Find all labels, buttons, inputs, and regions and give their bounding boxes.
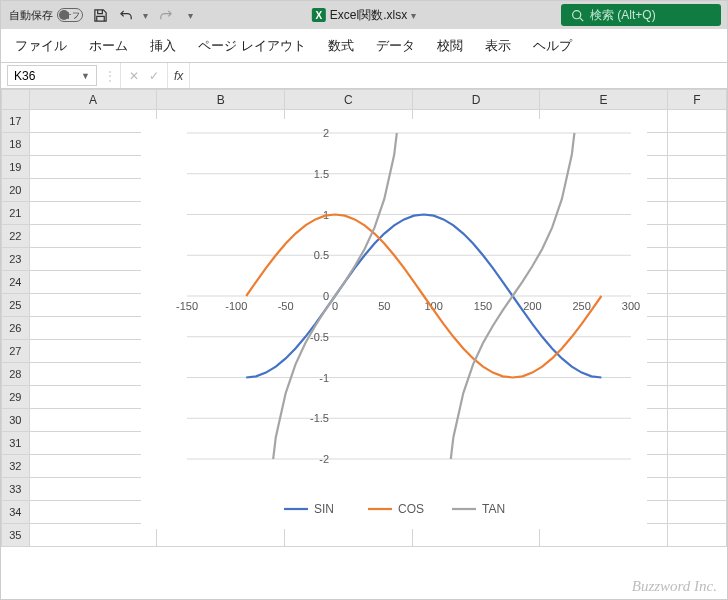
row-header[interactable]: 17 (2, 110, 30, 133)
cell[interactable] (667, 156, 726, 179)
tab-5[interactable]: データ (376, 37, 415, 55)
cell[interactable] (667, 501, 726, 524)
redo-icon[interactable] (156, 6, 174, 24)
cell[interactable] (29, 133, 157, 156)
cell[interactable] (667, 225, 726, 248)
col-header[interactable]: A (29, 90, 157, 110)
col-header[interactable]: E (540, 90, 668, 110)
row-header[interactable]: 22 (2, 225, 30, 248)
fx-label[interactable]: fx (168, 63, 190, 88)
y-tick-label: 0 (323, 290, 329, 302)
search-box[interactable]: 検索 (Alt+Q) (561, 4, 721, 26)
tab-8[interactable]: ヘルプ (533, 37, 572, 55)
cell[interactable] (29, 455, 157, 478)
tab-4[interactable]: 数式 (328, 37, 354, 55)
name-box-dropdown-icon[interactable]: ▼ (81, 71, 90, 81)
cell[interactable] (29, 110, 157, 133)
cell[interactable] (29, 202, 157, 225)
cell[interactable] (29, 501, 157, 524)
row-header[interactable]: 33 (2, 478, 30, 501)
filename-dropdown-icon[interactable]: ▾ (411, 10, 416, 21)
row-header[interactable]: 23 (2, 248, 30, 271)
cell[interactable] (667, 524, 726, 547)
cell[interactable] (29, 179, 157, 202)
tab-2[interactable]: 挿入 (150, 37, 176, 55)
row-header[interactable]: 21 (2, 202, 30, 225)
cell[interactable] (667, 179, 726, 202)
undo-dropdown-icon[interactable]: ▾ (143, 10, 148, 21)
cell[interactable] (667, 317, 726, 340)
tab-3[interactable]: ページ レイアウト (198, 37, 306, 55)
cell[interactable] (667, 133, 726, 156)
cell[interactable] (29, 409, 157, 432)
tab-6[interactable]: 校閲 (437, 37, 463, 55)
cell[interactable] (29, 156, 157, 179)
row-header[interactable]: 31 (2, 432, 30, 455)
cell[interactable] (667, 363, 726, 386)
select-all-corner[interactable] (2, 90, 30, 110)
cell[interactable] (29, 386, 157, 409)
col-header[interactable]: F (667, 90, 726, 110)
y-tick-label: -2 (319, 453, 329, 465)
row-header[interactable]: 28 (2, 363, 30, 386)
col-header[interactable]: D (412, 90, 540, 110)
cell[interactable] (29, 317, 157, 340)
cell[interactable] (667, 386, 726, 409)
qat-customize-icon[interactable]: ▾ (188, 10, 193, 21)
cancel-icon[interactable]: ✕ (129, 69, 139, 83)
cell[interactable] (29, 225, 157, 248)
y-tick-label: -1 (319, 372, 329, 384)
undo-icon[interactable] (117, 6, 135, 24)
series-TAN (256, 119, 591, 529)
cell[interactable] (29, 248, 157, 271)
cell[interactable] (29, 271, 157, 294)
row-header[interactable]: 32 (2, 455, 30, 478)
row-header[interactable]: 19 (2, 156, 30, 179)
window-title: X Excel関数.xlsx ▾ (312, 7, 416, 24)
x-tick-label: -100 (225, 300, 247, 312)
save-icon[interactable] (91, 6, 109, 24)
cell[interactable] (29, 294, 157, 317)
row-header[interactable]: 27 (2, 340, 30, 363)
worksheet-area[interactable]: ABCDEF 171819202122232425262728293031323… (1, 89, 727, 600)
cell[interactable] (29, 478, 157, 501)
name-box[interactable]: K36 ▼ (7, 65, 97, 86)
cell[interactable] (29, 363, 157, 386)
fx-separator: ⋮ (99, 63, 121, 88)
cell[interactable] (667, 271, 726, 294)
x-tick-label: 300 (622, 300, 640, 312)
chart-object[interactable]: -2-1.5-1-0.500.511.52-150-100-5005010015… (141, 119, 647, 529)
formula-input[interactable] (190, 63, 727, 88)
cell[interactable] (667, 340, 726, 363)
autosave-toggle[interactable]: 自動保存 オフ (9, 8, 83, 23)
row-header[interactable]: 35 (2, 524, 30, 547)
cell[interactable] (667, 409, 726, 432)
toggle-switch[interactable]: オフ (57, 8, 83, 22)
row-header[interactable]: 26 (2, 317, 30, 340)
tab-0[interactable]: ファイル (15, 37, 67, 55)
cell[interactable] (667, 294, 726, 317)
cell[interactable] (667, 202, 726, 225)
cell[interactable] (667, 110, 726, 133)
cell[interactable] (667, 455, 726, 478)
col-header[interactable]: C (284, 90, 412, 110)
enter-icon[interactable]: ✓ (149, 69, 159, 83)
cell[interactable] (29, 524, 157, 547)
tab-7[interactable]: 表示 (485, 37, 511, 55)
row-header[interactable]: 25 (2, 294, 30, 317)
row-header[interactable]: 20 (2, 179, 30, 202)
row-header[interactable]: 24 (2, 271, 30, 294)
cell[interactable] (29, 432, 157, 455)
row-header[interactable]: 30 (2, 409, 30, 432)
row-header[interactable]: 18 (2, 133, 30, 156)
legend-label: COS (398, 502, 424, 516)
svg-line-1 (580, 17, 583, 20)
cell[interactable] (667, 248, 726, 271)
cell[interactable] (667, 478, 726, 501)
tab-1[interactable]: ホーム (89, 37, 128, 55)
row-header[interactable]: 34 (2, 501, 30, 524)
row-header[interactable]: 29 (2, 386, 30, 409)
col-header[interactable]: B (157, 90, 285, 110)
cell[interactable] (29, 340, 157, 363)
cell[interactable] (667, 432, 726, 455)
